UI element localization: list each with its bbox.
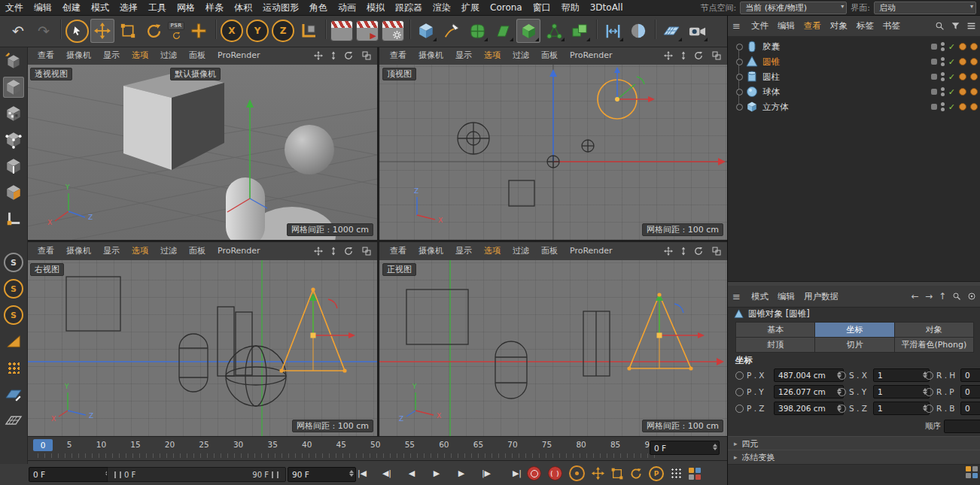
vp-menu-camera[interactable]: 摄像机	[412, 242, 449, 260]
goto-end-button[interactable]: ▶|	[507, 465, 527, 482]
dolly-icon[interactable]	[329, 247, 338, 256]
spline-pen-button[interactable]	[440, 19, 464, 43]
render-settings-button[interactable]	[381, 19, 405, 43]
enable-check-icon[interactable]: ✓	[948, 103, 955, 111]
menubar-item[interactable]: 动画	[333, 0, 361, 15]
floor-button[interactable]	[659, 19, 683, 43]
layer-square[interactable]	[931, 59, 937, 65]
vp-menu-panel[interactable]: 面板	[535, 242, 564, 260]
toggle-view-icon[interactable]	[712, 51, 721, 60]
menubar-item[interactable]: 角色	[304, 0, 333, 15]
sweep-generator-button[interactable]	[491, 19, 515, 43]
tab-phong[interactable]: 平滑着色(Phong)	[894, 337, 974, 353]
enable-check-icon[interactable]: ✓	[948, 73, 955, 81]
workplane-axis-button[interactable]	[3, 208, 24, 229]
keyframe-circle-icon[interactable]	[735, 371, 744, 380]
vp-menu-options[interactable]: 选项	[478, 242, 507, 260]
enable-check-icon[interactable]: ✓	[948, 58, 955, 66]
tag-icon[interactable]	[970, 73, 978, 80]
om-menu-bookmarks[interactable]: 书签	[878, 20, 905, 32]
record-parameter-toggle[interactable]: P	[649, 466, 664, 481]
tag-icon[interactable]	[970, 88, 978, 95]
record-position-toggle[interactable]	[592, 467, 604, 480]
om-menu-edit[interactable]: 编辑	[773, 20, 799, 32]
rb-field[interactable]: 0	[960, 402, 980, 415]
vp-menu-camera[interactable]: 摄像机	[60, 242, 97, 260]
sx-field[interactable]: 1	[873, 368, 930, 382]
order-select[interactable]	[944, 420, 980, 433]
vp-menu-filter[interactable]: 过滤	[154, 47, 183, 65]
live-selection-tool[interactable]	[65, 19, 89, 43]
x-axis-lock-button[interactable]: X	[220, 19, 244, 43]
scale-tool[interactable]	[116, 19, 140, 43]
range-handle-left[interactable]	[114, 471, 121, 478]
vp-menu-view[interactable]: 查看	[32, 242, 60, 260]
vp-menu-panel[interactable]: 面板	[183, 47, 212, 65]
keyframe-circle-icon[interactable]	[735, 388, 744, 396]
environment-button[interactable]	[626, 19, 650, 43]
visibility-dots[interactable]	[941, 87, 945, 96]
tree-node-icon[interactable]	[736, 89, 743, 95]
rotate-tool[interactable]	[142, 19, 166, 43]
vp-menu-filter[interactable]: 过滤	[507, 47, 535, 65]
planar-workplane-button[interactable]	[3, 410, 24, 431]
orbit-icon[interactable]	[694, 247, 703, 256]
menubar-item[interactable]: 文件	[0, 0, 29, 15]
vp-menu-camera[interactable]: 摄像机	[60, 47, 97, 65]
workplane-mode-button[interactable]	[3, 383, 24, 405]
keyframe-circle-icon[interactable]	[925, 388, 933, 396]
menubar-item[interactable]: 3DtoAll	[585, 0, 628, 15]
tree-node-icon[interactable]	[736, 104, 743, 111]
om-menu-objects[interactable]: 对象	[826, 20, 852, 32]
vp-menu-panel[interactable]: 面板	[183, 242, 212, 260]
tab-slice[interactable]: 切片	[814, 337, 894, 353]
visibility-dots[interactable]	[941, 42, 945, 51]
pan-icon[interactable]	[664, 51, 673, 60]
viewport-solo-hierarchy-button[interactable]: S	[3, 305, 24, 326]
vp-menu-filter[interactable]: 过滤	[507, 242, 535, 260]
viewport-canvas-top[interactable]: Z X 顶视图 网格间距 : 100 cm	[379, 65, 727, 240]
next-key-button[interactable]: |▶	[476, 465, 496, 482]
am-menu-mode[interactable]: 模式	[747, 291, 773, 302]
menubar-item[interactable]: 渲染	[428, 0, 456, 15]
vp-menu-prorender[interactable]: ProRender	[564, 47, 619, 65]
phong-tag-icon[interactable]	[959, 43, 966, 50]
parent-object-icon[interactable]: ↑	[939, 291, 946, 302]
dolly-icon[interactable]	[679, 247, 688, 256]
om-menu-tags[interactable]: 标签	[852, 20, 878, 32]
z-axis-lock-button[interactable]: Z	[271, 19, 295, 43]
pan-icon[interactable]	[664, 247, 673, 256]
camera-button[interactable]	[685, 19, 709, 43]
layer-square[interactable]	[931, 89, 937, 95]
array-button[interactable]	[568, 19, 592, 43]
menubar-item[interactable]: 跟踪器	[390, 0, 428, 15]
y-axis-lock-button[interactable]: Y	[245, 19, 269, 43]
px-field[interactable]: 487.004 cm	[774, 368, 844, 382]
prev-frame-button[interactable]: ◀	[402, 465, 422, 482]
vp-menu-view[interactable]: 查看	[32, 47, 60, 65]
keyframe-selection-button[interactable]	[569, 465, 585, 481]
viewport-canvas-front[interactable]: Y X Z 正视图 网格间距 : 100 cm	[379, 260, 727, 436]
vp-menu-panel[interactable]: 面板	[535, 47, 564, 65]
section-freeze-transform[interactable]: ▸ 冻结变换	[728, 450, 980, 465]
orbit-icon[interactable]	[344, 51, 353, 60]
vp-menu-options[interactable]: 选项	[126, 47, 154, 65]
phong-tag-icon[interactable]	[959, 103, 966, 111]
layer-square[interactable]	[931, 104, 937, 110]
menubar-item[interactable]: 网格	[172, 0, 200, 15]
sz-field[interactable]: 1	[873, 402, 930, 415]
layer-square[interactable]	[931, 74, 937, 80]
play-button[interactable]: ▶	[427, 465, 446, 482]
tab-basic[interactable]: 基本	[735, 322, 815, 338]
menubar-item[interactable]: 模式	[86, 0, 114, 15]
goto-start-button[interactable]: |◀	[352, 465, 372, 482]
keyframe-circle-icon[interactable]	[925, 371, 933, 380]
menubar-item[interactable]: 选择	[114, 0, 143, 15]
search-icon[interactable]	[935, 21, 945, 31]
redo-button[interactable]: ↷	[32, 19, 56, 43]
model-mode-button[interactable]	[3, 77, 24, 98]
edges-mode-button[interactable]	[3, 156, 24, 177]
filter-icon[interactable]	[951, 21, 960, 31]
pan-icon[interactable]	[314, 247, 323, 256]
vp-menu-prorender[interactable]: ProRender	[212, 242, 266, 260]
